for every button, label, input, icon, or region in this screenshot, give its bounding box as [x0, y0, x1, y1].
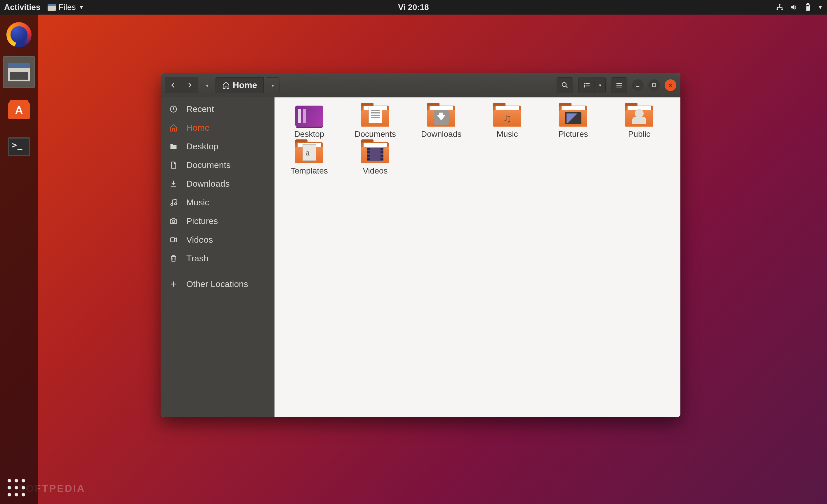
home-icon [222, 81, 230, 89]
chevron-down-icon: ▼ [79, 4, 84, 10]
sidebar-item-documents[interactable]: Documents [161, 156, 275, 174]
firefox-icon [6, 22, 32, 47]
files-window: ◂ Home ▸ ▾ Recent Home [161, 73, 680, 417]
template-overlay-icon [302, 145, 316, 161]
svg-rect-2 [781, 9, 783, 10]
svg-rect-1 [777, 9, 778, 10]
svg-point-6 [562, 82, 566, 87]
svg-point-18 [171, 204, 173, 206]
svg-rect-15 [617, 87, 622, 88]
folder-icon [361, 142, 389, 163]
terminal-icon [8, 137, 30, 156]
sidebar-item-label: Pictures [186, 216, 218, 226]
folder-label: Documents [354, 129, 396, 139]
folder-templates[interactable]: Templates [286, 142, 332, 176]
view-options-chevron-icon[interactable]: ▾ [595, 77, 605, 93]
picture-overlay-icon [565, 112, 581, 124]
forward-button[interactable] [181, 77, 198, 93]
svg-rect-8 [584, 85, 585, 86]
show-applications-button[interactable] [8, 479, 25, 496]
sidebar-item-label: Recent [186, 104, 214, 114]
svg-rect-9 [584, 86, 585, 88]
folder-icon [361, 106, 389, 126]
sidebar-item-downloads[interactable]: Downloads [161, 174, 275, 193]
sidebar-item-trash[interactable]: Trash [161, 249, 275, 268]
folder-label: Pictures [558, 129, 588, 139]
maximize-button[interactable] [648, 79, 660, 91]
dock-software[interactable] [3, 93, 35, 125]
hamburger-menu-button[interactable] [611, 77, 627, 93]
dock-terminal[interactable] [3, 131, 35, 163]
svg-rect-5 [807, 7, 809, 10]
close-button[interactable] [665, 79, 676, 91]
folder-icon [295, 142, 323, 163]
desktop-folder-icon [295, 106, 323, 126]
sidebar-item-label: Home [186, 123, 210, 133]
folder-pictures[interactable]: Pictures [550, 106, 596, 139]
folder-icon: ♫ [493, 106, 521, 126]
music-overlay-icon: ♫ [503, 112, 512, 125]
sidebar-item-label: Trash [186, 254, 208, 263]
activities-button[interactable]: Activities [4, 3, 41, 12]
svg-rect-12 [585, 87, 590, 87]
sidebar-item-home[interactable]: Home [161, 118, 275, 137]
sidebar-item-label: Desktop [186, 142, 218, 151]
camera-icon [168, 217, 179, 225]
trash-icon [168, 254, 179, 263]
back-button[interactable] [165, 77, 181, 93]
list-view-button[interactable] [579, 77, 595, 93]
dock [0, 14, 38, 504]
folder-icon [168, 142, 179, 151]
folder-label: Public [628, 129, 650, 139]
sidebar-item-music[interactable]: Music [161, 193, 275, 212]
sidebar: Recent Home Desktop Documents Downloads … [161, 98, 275, 417]
folder-public[interactable]: Public [616, 106, 662, 139]
breadcrumb-forward-icon[interactable]: ▸ [266, 77, 280, 93]
svg-rect-13 [617, 83, 622, 84]
minimize-button[interactable] [632, 79, 644, 91]
folder-music[interactable]: ♫Music [484, 106, 530, 139]
folder-downloads[interactable]: Downloads [418, 106, 464, 139]
app-menu-label: Files [59, 3, 76, 12]
music-icon [168, 198, 179, 207]
sidebar-item-other-locations[interactable]: Other Locations [161, 275, 275, 293]
home-icon [168, 124, 179, 132]
svg-rect-14 [617, 85, 622, 86]
volume-icon[interactable] [790, 3, 798, 11]
app-menu[interactable]: Files ▼ [48, 3, 84, 12]
svg-rect-10 [585, 83, 590, 84]
clock[interactable]: Vi 20:18 [398, 3, 429, 12]
svg-rect-7 [584, 83, 585, 84]
battery-icon[interactable] [804, 3, 812, 11]
document-overlay-icon [369, 107, 382, 123]
svg-point-20 [172, 220, 175, 223]
network-icon[interactable] [776, 3, 784, 11]
titlebar: ◂ Home ▸ ▾ [161, 73, 680, 98]
sidebar-item-pictures[interactable]: Pictures [161, 212, 275, 230]
folder-label: Videos [363, 166, 388, 176]
path-root-chevron-icon[interactable]: ◂ [201, 77, 212, 93]
system-menu-chevron-icon[interactable]: ▼ [818, 4, 823, 10]
plus-icon [168, 280, 179, 288]
dock-files[interactable] [3, 56, 35, 88]
video-icon [168, 236, 179, 243]
svg-rect-16 [653, 84, 656, 87]
sidebar-item-recent[interactable]: Recent [161, 100, 275, 118]
folder-icon [559, 106, 587, 126]
folder-icon [625, 106, 653, 126]
top-bar: Activities Files ▼ Vi 20:18 ▼ [0, 0, 827, 14]
svg-rect-21 [171, 238, 175, 242]
sidebar-item-desktop[interactable]: Desktop [161, 137, 275, 156]
dock-firefox[interactable] [3, 19, 35, 51]
folder-desktop[interactable]: Desktop [286, 106, 332, 139]
folder-videos[interactable]: Videos [352, 142, 398, 176]
folder-documents[interactable]: Documents [352, 106, 398, 139]
sidebar-item-videos[interactable]: Videos [161, 230, 275, 249]
sidebar-item-label: Downloads [186, 179, 230, 189]
software-icon [8, 100, 30, 119]
public-overlay-icon [632, 110, 646, 124]
sidebar-item-label: Videos [186, 235, 213, 245]
breadcrumb-home[interactable]: Home [215, 77, 264, 93]
search-button[interactable] [556, 77, 573, 93]
download-overlay-icon [434, 110, 449, 125]
